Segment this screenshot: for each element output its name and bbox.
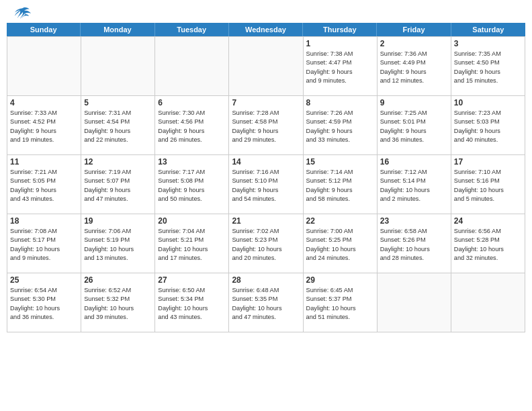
day-info: Sunrise: 7:35 AM Sunset: 4:50 PM Dayligh… [454, 50, 522, 85]
day-cell-19: 19Sunrise: 7:06 AM Sunset: 5:19 PM Dayli… [81, 214, 155, 273]
day-cell-16: 16Sunrise: 7:12 AM Sunset: 5:14 PM Dayli… [378, 155, 451, 214]
day-info: Sunrise: 6:48 AM Sunset: 5:35 PM Dayligh… [232, 286, 300, 322]
header-day-sunday: Sunday [7, 23, 81, 36]
day-number: 6 [158, 98, 226, 107]
day-info: Sunrise: 7:28 AM Sunset: 4:58 PM Dayligh… [232, 109, 300, 144]
day-number: 12 [84, 157, 152, 167]
day-number: 2 [380, 39, 448, 48]
day-cell-4: 4Sunrise: 7:33 AM Sunset: 4:52 PM Daylig… [7, 96, 81, 155]
calendar-body: 1Sunrise: 7:38 AM Sunset: 4:47 PM Daylig… [7, 36, 525, 332]
day-info: Sunrise: 7:12 AM Sunset: 5:14 PM Dayligh… [380, 168, 448, 203]
day-cell-10: 10Sunrise: 7:23 AM Sunset: 5:03 PM Dayli… [451, 96, 525, 155]
day-number: 4 [10, 98, 78, 107]
day-number: 10 [454, 98, 522, 107]
header-day-thursday: Thursday [303, 23, 377, 36]
day-number: 26 [84, 275, 152, 285]
calendar-header: SundayMondayTuesdayWednesdayThursdayFrid… [7, 23, 525, 36]
day-info: Sunrise: 7:23 AM Sunset: 5:03 PM Dayligh… [454, 109, 522, 144]
day-info: Sunrise: 7:31 AM Sunset: 4:54 PM Dayligh… [84, 109, 152, 144]
day-info: Sunrise: 7:30 AM Sunset: 4:56 PM Dayligh… [158, 109, 226, 144]
day-info: Sunrise: 7:16 AM Sunset: 5:10 PM Dayligh… [232, 168, 300, 203]
day-info: Sunrise: 7:19 AM Sunset: 5:07 PM Dayligh… [84, 168, 152, 203]
day-number: 16 [380, 157, 448, 167]
day-number: 27 [158, 275, 226, 285]
day-info: Sunrise: 6:50 AM Sunset: 5:34 PM Dayligh… [158, 286, 226, 322]
day-number: 22 [306, 216, 374, 226]
day-cell-21: 21Sunrise: 7:02 AM Sunset: 5:23 PM Dayli… [229, 214, 303, 273]
day-number: 21 [232, 216, 300, 226]
day-info: Sunrise: 7:17 AM Sunset: 5:08 PM Dayligh… [158, 168, 226, 203]
calendar: SundayMondayTuesdayWednesdayThursdayFrid… [7, 23, 525, 332]
day-number: 25 [10, 275, 78, 285]
day-info: Sunrise: 7:04 AM Sunset: 5:21 PM Dayligh… [158, 227, 226, 263]
logo [13, 7, 31, 20]
day-cell-11: 11Sunrise: 7:21 AM Sunset: 5:05 PM Dayli… [7, 155, 81, 214]
empty-cell [81, 37, 155, 96]
empty-cell [229, 37, 303, 96]
day-cell-3: 3Sunrise: 7:35 AM Sunset: 4:50 PM Daylig… [451, 37, 525, 96]
day-number: 1 [306, 39, 374, 48]
day-number: 19 [84, 216, 152, 226]
day-info: Sunrise: 7:06 AM Sunset: 5:19 PM Dayligh… [84, 227, 152, 263]
day-info: Sunrise: 6:58 AM Sunset: 5:26 PM Dayligh… [380, 227, 448, 263]
header-day-friday: Friday [377, 23, 451, 36]
day-number: 24 [454, 216, 522, 226]
day-cell-1: 1Sunrise: 7:38 AM Sunset: 4:47 PM Daylig… [304, 37, 378, 96]
day-number: 28 [232, 275, 300, 285]
day-info: Sunrise: 7:36 AM Sunset: 4:49 PM Dayligh… [380, 50, 448, 85]
day-cell-27: 27Sunrise: 6:50 AM Sunset: 5:34 PM Dayli… [155, 273, 229, 332]
day-number: 20 [158, 216, 226, 226]
empty-cell [155, 37, 229, 96]
day-info: Sunrise: 7:14 AM Sunset: 5:12 PM Dayligh… [306, 168, 374, 203]
day-cell-5: 5Sunrise: 7:31 AM Sunset: 4:54 PM Daylig… [81, 96, 155, 155]
day-cell-17: 17Sunrise: 7:10 AM Sunset: 5:16 PM Dayli… [451, 155, 525, 214]
header-day-monday: Monday [81, 23, 154, 36]
day-info: Sunrise: 6:52 AM Sunset: 5:32 PM Dayligh… [84, 286, 152, 322]
day-cell-25: 25Sunrise: 6:54 AM Sunset: 5:30 PM Dayli… [7, 273, 81, 332]
logo-bird-icon [15, 7, 31, 20]
day-number: 8 [306, 98, 374, 107]
day-info: Sunrise: 7:02 AM Sunset: 5:23 PM Dayligh… [232, 227, 300, 263]
day-number: 23 [380, 216, 448, 226]
day-cell-26: 26Sunrise: 6:52 AM Sunset: 5:32 PM Dayli… [81, 273, 155, 332]
day-cell-15: 15Sunrise: 7:14 AM Sunset: 5:12 PM Dayli… [304, 155, 378, 214]
day-cell-7: 7Sunrise: 7:28 AM Sunset: 4:58 PM Daylig… [229, 96, 303, 155]
day-info: Sunrise: 6:56 AM Sunset: 5:28 PM Dayligh… [454, 227, 522, 263]
day-number: 5 [84, 98, 152, 107]
day-number: 15 [306, 157, 374, 167]
header-day-tuesday: Tuesday [155, 23, 229, 36]
day-info: Sunrise: 6:54 AM Sunset: 5:30 PM Dayligh… [10, 286, 78, 322]
day-cell-6: 6Sunrise: 7:30 AM Sunset: 4:56 PM Daylig… [155, 96, 229, 155]
day-info: Sunrise: 7:26 AM Sunset: 4:59 PM Dayligh… [306, 109, 374, 144]
day-cell-22: 22Sunrise: 7:00 AM Sunset: 5:25 PM Dayli… [304, 214, 378, 273]
empty-cell [7, 37, 81, 96]
day-number: 13 [158, 157, 226, 167]
day-info: Sunrise: 6:45 AM Sunset: 5:37 PM Dayligh… [306, 286, 374, 322]
day-cell-20: 20Sunrise: 7:04 AM Sunset: 5:21 PM Dayli… [155, 214, 229, 273]
day-cell-2: 2Sunrise: 7:36 AM Sunset: 4:49 PM Daylig… [378, 37, 451, 96]
day-number: 14 [232, 157, 300, 167]
day-number: 18 [10, 216, 78, 226]
day-cell-18: 18Sunrise: 7:08 AM Sunset: 5:17 PM Dayli… [7, 214, 81, 273]
day-cell-28: 28Sunrise: 6:48 AM Sunset: 5:35 PM Dayli… [229, 273, 303, 332]
empty-cell [451, 273, 525, 332]
day-cell-8: 8Sunrise: 7:26 AM Sunset: 4:59 PM Daylig… [304, 96, 378, 155]
day-number: 11 [10, 157, 78, 167]
day-info: Sunrise: 7:08 AM Sunset: 5:17 PM Dayligh… [10, 227, 78, 263]
day-number: 7 [232, 98, 300, 107]
day-cell-9: 9Sunrise: 7:25 AM Sunset: 5:01 PM Daylig… [378, 96, 451, 155]
day-info: Sunrise: 7:21 AM Sunset: 5:05 PM Dayligh… [10, 168, 78, 203]
day-info: Sunrise: 7:25 AM Sunset: 5:01 PM Dayligh… [380, 109, 448, 144]
day-cell-13: 13Sunrise: 7:17 AM Sunset: 5:08 PM Dayli… [155, 155, 229, 214]
empty-cell [378, 273, 451, 332]
day-cell-24: 24Sunrise: 6:56 AM Sunset: 5:28 PM Dayli… [451, 214, 525, 273]
day-info: Sunrise: 7:33 AM Sunset: 4:52 PM Dayligh… [10, 109, 78, 144]
day-cell-23: 23Sunrise: 6:58 AM Sunset: 5:26 PM Dayli… [378, 214, 451, 273]
day-info: Sunrise: 7:00 AM Sunset: 5:25 PM Dayligh… [306, 227, 374, 263]
day-cell-14: 14Sunrise: 7:16 AM Sunset: 5:10 PM Dayli… [229, 155, 303, 214]
day-number: 29 [306, 275, 374, 285]
page-header [0, 0, 532, 23]
day-cell-12: 12Sunrise: 7:19 AM Sunset: 5:07 PM Dayli… [81, 155, 155, 214]
day-info: Sunrise: 7:38 AM Sunset: 4:47 PM Dayligh… [306, 50, 374, 85]
header-day-wednesday: Wednesday [229, 23, 303, 36]
